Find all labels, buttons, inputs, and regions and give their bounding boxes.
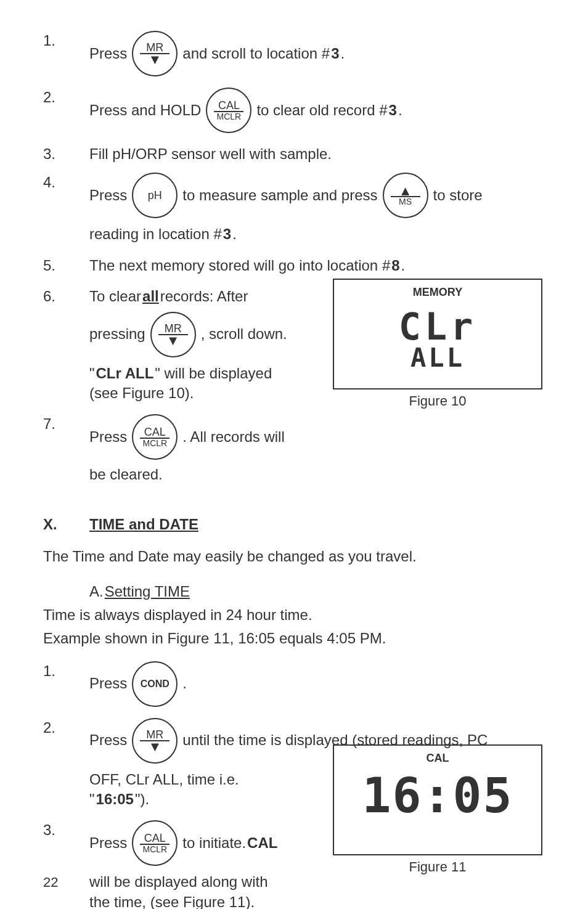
section-number: X. — [43, 515, 89, 534]
label: MS — [399, 197, 412, 206]
figure-caption: Figure 10 — [333, 392, 542, 410]
step-body: Press MR ▼ and scroll to location # 3 . — [89, 31, 545, 76]
step-num: 7. — [43, 414, 89, 434]
text: To clear — [89, 287, 141, 306]
seg-big: CLr — [399, 308, 476, 345]
section-title: TIME and DATE — [89, 515, 198, 534]
down-arrow-icon: ▼ — [166, 335, 180, 346]
line2: will be displayed along with — [89, 872, 268, 892]
time-p1: Time is always displayed in 24 hour time… — [43, 605, 545, 625]
ph-button-icon: pH — [132, 173, 178, 218]
down-arrow-icon: ▼ — [148, 54, 161, 65]
down-arrow-icon: ▼ — [148, 741, 161, 752]
step-num: 1. — [43, 661, 89, 681]
text: . — [232, 224, 237, 244]
line2: pressing MR ▼ , scroll down. — [89, 312, 287, 357]
text: , scroll down. — [201, 324, 287, 344]
cond-button-icon: COND — [132, 661, 178, 707]
sub-label: A. — [89, 582, 104, 601]
panel-label: CAL — [334, 751, 541, 765]
text: . All records will — [182, 427, 284, 447]
text: " will be displayed — [155, 364, 272, 383]
mr-down-button-icon: MR ▼ — [132, 31, 178, 76]
text: pressing — [89, 324, 145, 344]
step-body: Press pH to measure sample and press ▲ M… — [89, 173, 545, 244]
text-all: all — [142, 287, 159, 306]
mr-down-button-icon: MR ▼ — [132, 718, 178, 764]
step-num: 5. — [43, 256, 89, 275]
step-5: 5. The next memory stored will go into l… — [43, 256, 545, 275]
panel-label: MEMORY — [334, 285, 541, 300]
step-body: The next memory stored will go into loca… — [89, 256, 545, 275]
text: to initiate. — [182, 833, 246, 853]
step-body: Press and HOLD CAL MCLR to clear old rec… — [89, 88, 545, 133]
line1: Press CAL MCLR to initiate. CAL — [89, 820, 277, 866]
cal-mclr-button-icon: CAL MCLR — [132, 820, 178, 866]
text: Fill pH/ORP sensor well with sample. — [89, 144, 332, 164]
step-num: 3. — [43, 820, 89, 840]
line1: Press CAL MCLR . All records will — [89, 414, 285, 460]
sub-heading-a: A. Setting TIME — [89, 582, 545, 601]
text: . — [401, 256, 406, 275]
text: Press — [89, 674, 127, 693]
text: to store — [433, 185, 483, 205]
line2: OFF, CLr ALL, time i.e. — [89, 770, 239, 789]
text: Press — [89, 730, 127, 750]
step-4: 4. Press pH to measure sample and press … — [43, 173, 545, 244]
text: Press — [89, 185, 127, 205]
line4: (see Figure 10). — [89, 383, 194, 403]
text-bold: 8 — [391, 256, 399, 275]
step-num: 3. — [43, 144, 89, 164]
text-bold: 16:05 — [96, 789, 134, 809]
section-intro: The Time and Date may easily be changed … — [43, 547, 545, 566]
step-num: 6. — [43, 287, 89, 306]
cal-mclr-button-icon: CAL MCLR — [206, 88, 251, 133]
text-bold: CAL — [247, 833, 277, 853]
text-bold: CLr ALL — [96, 364, 154, 383]
cal-mclr-button-icon: CAL MCLR — [132, 414, 178, 460]
step-body: Press CAL MCLR . All records will be cle… — [89, 414, 330, 484]
step-body: Fill pH/ORP sensor well with sample. — [89, 144, 545, 164]
text: "). — [135, 789, 149, 809]
step-num: 2. — [43, 88, 89, 107]
step-num: 2. — [43, 718, 89, 738]
line3: the time, (see Figure 11). — [89, 892, 255, 909]
step-body: To clear all records: After pressing MR … — [89, 287, 330, 403]
line3: " 16:05 "). — [89, 789, 149, 809]
label: MCLR — [143, 439, 168, 447]
mr-down-button-icon: MR ▼ — [150, 312, 196, 357]
text: " — [89, 364, 95, 383]
step-num: 1. — [43, 31, 89, 51]
step-body: Press COND . — [89, 661, 545, 707]
line1: Press pH to measure sample and press ▲ M… — [89, 173, 483, 218]
section-x-heading: X. TIME and DATE — [43, 515, 545, 534]
figure-10: MEMORY CLr ALL Figure 10 — [333, 279, 542, 410]
step-1: 1. Press MR ▼ and scroll to location # 3… — [43, 31, 545, 76]
label: CAL — [144, 426, 166, 438]
line2: be cleared. — [89, 465, 163, 484]
seg-small: ALL — [410, 345, 465, 371]
text: Press — [89, 427, 127, 447]
figure-caption: Figure 11 — [333, 858, 542, 876]
text-bold: 3 — [331, 44, 339, 63]
text: . — [182, 674, 187, 693]
text: records: After — [160, 287, 248, 306]
step-2: 2. Press and HOLD CAL MCLR to clear old … — [43, 88, 545, 133]
text-bold: 3 — [223, 224, 231, 244]
text: Press and HOLD — [89, 100, 201, 120]
time-p2: Example shown in Figure 11, 16:05 equals… — [43, 629, 545, 648]
text: Press — [89, 833, 127, 853]
step-3: 3. Fill pH/ORP sensor well with sample. — [43, 144, 545, 164]
label: pH — [148, 190, 162, 201]
page-number: 22 — [43, 873, 58, 892]
step-body: Press CAL MCLR to initiate. CAL will be … — [89, 820, 330, 909]
sub-title: Setting TIME — [105, 582, 190, 601]
label: CAL — [144, 833, 166, 844]
text: . — [398, 100, 402, 120]
text: to clear old record # — [256, 100, 387, 120]
ms-up-button-icon: ▲ MS — [383, 173, 428, 218]
text: to measure sample and press — [182, 185, 377, 205]
line2: reading in location # 3 . — [89, 224, 237, 244]
line3: " CLr ALL " will be displayed — [89, 364, 272, 383]
step-num: 4. — [43, 173, 89, 192]
